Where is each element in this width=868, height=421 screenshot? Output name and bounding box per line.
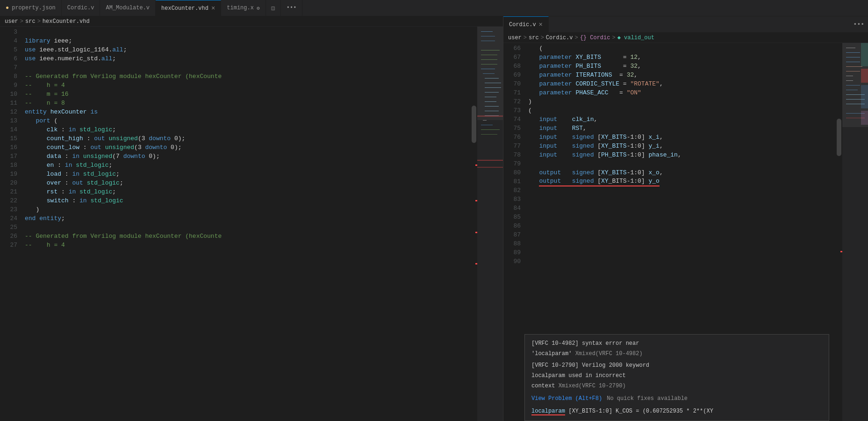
close-tab-hexcounter[interactable]: × bbox=[211, 5, 215, 12]
ln-4: 4 bbox=[4, 36, 17, 45]
left-line-numbers: 3 4 5 6 7 8 9 10 11 12 13 14 15 16 17 18… bbox=[0, 27, 21, 421]
context-text: context bbox=[531, 383, 555, 389]
right-minimap-svg bbox=[842, 43, 868, 398]
code-line-19: load : in std_logic; bbox=[25, 170, 471, 178]
code-line-25 bbox=[25, 223, 471, 232]
ln-16: 16 bbox=[4, 143, 17, 152]
rln-80: 80 bbox=[507, 168, 521, 177]
ln-22: 22 bbox=[4, 196, 17, 205]
more-icon: ••• bbox=[287, 5, 297, 11]
rb-user: user bbox=[508, 35, 522, 41]
view-problem-link[interactable]: View Problem (Alt+F8) bbox=[531, 394, 602, 403]
error-text-3: localparam used in incorrect bbox=[531, 372, 626, 379]
rcode-80: output signed [XY_BITS-1:0] x_o, bbox=[528, 168, 836, 177]
localparam-text: 'localparam' bbox=[531, 350, 572, 357]
rcode-67: parameter XY_BITS = 12, bbox=[528, 53, 836, 62]
ln-9: 9 bbox=[4, 81, 17, 90]
ln-24: 24 bbox=[4, 214, 17, 223]
rln-88: 88 bbox=[507, 239, 521, 248]
ln-5: 5 bbox=[4, 45, 17, 54]
svg-rect-20 bbox=[481, 125, 493, 125]
tab-dot: ● bbox=[6, 5, 9, 11]
breadcrumb-src: src bbox=[25, 18, 36, 25]
tab-label: timing.x bbox=[227, 5, 254, 11]
svg-rect-19 bbox=[483, 120, 487, 121]
error-line-5: context Xmixed(VRFC 10-2790) bbox=[531, 382, 822, 391]
error-text-1: syntax error near bbox=[582, 340, 639, 347]
tab-cordic-v1[interactable]: Cordic.v bbox=[62, 0, 100, 16]
code-line-23: ) bbox=[25, 205, 471, 214]
no-fix-text: No quick fixes available bbox=[607, 394, 688, 403]
svg-rect-46 bbox=[861, 85, 868, 108]
rln-85: 85 bbox=[507, 213, 521, 221]
rb-cordic-block: {} Cordic bbox=[580, 35, 610, 41]
breadcrumb-file: hexCounter.vhd bbox=[43, 18, 90, 25]
right-scrollbar[interactable] bbox=[836, 43, 842, 421]
rln-87: 87 bbox=[507, 230, 521, 239]
tab-label: property.json bbox=[12, 5, 56, 11]
left-scrollbar[interactable] bbox=[471, 27, 477, 421]
code-line-12: entity hexCounter is bbox=[25, 107, 471, 116]
sep2: > bbox=[37, 18, 41, 25]
ln-12: 12 bbox=[4, 107, 17, 116]
rcode-68: parameter PH_BITS = 32, bbox=[528, 62, 836, 71]
ln-15: 15 bbox=[4, 134, 17, 143]
rln-76: 76 bbox=[507, 133, 521, 142]
code-line-9: -- h = 4 bbox=[25, 81, 471, 90]
tab-split-editor[interactable]: ◫ bbox=[266, 0, 281, 16]
tab-more-options[interactable]: ••• bbox=[281, 0, 303, 16]
right-tab-label: Cordic.v bbox=[509, 21, 536, 28]
left-code-content[interactable]: library ieee; use ieee.std_logic_1164.al… bbox=[21, 27, 471, 421]
code-line-16: count_low : out unsigned(3 downto 0); bbox=[25, 143, 471, 152]
right-tab-more[interactable]: ••• bbox=[850, 16, 868, 32]
code-line-21: rst : in std_logic; bbox=[25, 187, 471, 196]
code-line-18: en : in std_logic; bbox=[25, 161, 471, 170]
ln-26: 26 bbox=[4, 232, 17, 241]
code-line-20: over : out std_logic; bbox=[25, 178, 471, 187]
code-line-6: use ieee.numeric_std.all; bbox=[25, 54, 471, 63]
rcode-75: input RST, bbox=[528, 124, 836, 133]
svg-rect-22 bbox=[477, 160, 503, 161]
right-editor-pane: Cordic.v × ••• user > src > Cordic.v > {… bbox=[503, 16, 868, 421]
code-line-8: -- Generated from Verilog module hexCoun… bbox=[25, 72, 471, 81]
right-code-area: 66 67 68 69 70 71 72 73 74 75 76 77 78 7… bbox=[503, 43, 868, 421]
right-code-content[interactable]: ( parameter XY_BITS = 12, parameter PH_B… bbox=[524, 43, 836, 421]
rln-90: 90 bbox=[507, 257, 521, 266]
error-line-3: [VRFC 10-2790] Verilog 2000 keyword bbox=[531, 361, 822, 370]
rcode-78: input signed [PH_BITS-1:0] phase_in, bbox=[528, 150, 836, 159]
rln-81: 81 bbox=[507, 177, 521, 186]
tab-hexcounter[interactable]: hexCounter.vhd × bbox=[156, 0, 221, 16]
code-line-5: use ieee.std_logic_1164.all; bbox=[25, 45, 471, 54]
rb-src: src bbox=[529, 35, 539, 41]
code-line-13: port ( bbox=[25, 116, 471, 125]
rcode-69: parameter ITERATIONS = 32, bbox=[528, 71, 836, 79]
tab-am-modulate[interactable]: AM_Modulate.v bbox=[100, 0, 156, 16]
right-line-numbers: 66 67 68 69 70 71 72 73 74 75 76 77 78 7… bbox=[503, 43, 524, 421]
rln-77: 77 bbox=[507, 142, 521, 150]
code-line-10: -- m = 16 bbox=[25, 90, 471, 99]
error-popup: [VRFC 10-4982] syntax error near 'localp… bbox=[524, 334, 829, 421]
rcode-70: parameter CORDIC_STYLE = "ROTATE", bbox=[528, 79, 836, 88]
rcode-76: input signed [XY_BITS-1:0] x_i, bbox=[528, 133, 836, 142]
more-icon-right: ••• bbox=[854, 21, 864, 28]
close-right-tab[interactable]: × bbox=[539, 21, 543, 29]
svg-rect-44 bbox=[861, 43, 868, 66]
scrollbar-thumb[interactable] bbox=[472, 106, 476, 143]
error-xmixed-2: Xmixed(VRFC 10-2790) bbox=[559, 383, 626, 389]
right-tab-cordic[interactable]: Cordic.v × bbox=[503, 16, 549, 32]
right-scrollbar-thumb[interactable] bbox=[837, 119, 841, 156]
rln-84: 84 bbox=[507, 204, 521, 213]
tab-label: Cordic.v bbox=[67, 5, 94, 11]
code-line-26: -- Generated from Verilog module hexCoun… bbox=[25, 232, 471, 241]
tab-property[interactable]: ● property.json bbox=[0, 0, 62, 16]
error-line-4: localparam used in incorrect bbox=[531, 371, 822, 380]
minimap-svg bbox=[477, 27, 503, 382]
code-line-22: switch : in std_logic bbox=[25, 196, 471, 205]
tab-timing[interactable]: timing.x ⚙ bbox=[221, 0, 265, 16]
rln-68: 68 bbox=[507, 62, 521, 71]
ln-20: 20 bbox=[4, 178, 17, 187]
ln-17: 17 bbox=[4, 152, 17, 161]
code-line-14: clk : in std_logic; bbox=[25, 125, 471, 134]
right-tab-bar: Cordic.v × ••• bbox=[503, 16, 868, 33]
ln-23: 23 bbox=[4, 205, 17, 214]
